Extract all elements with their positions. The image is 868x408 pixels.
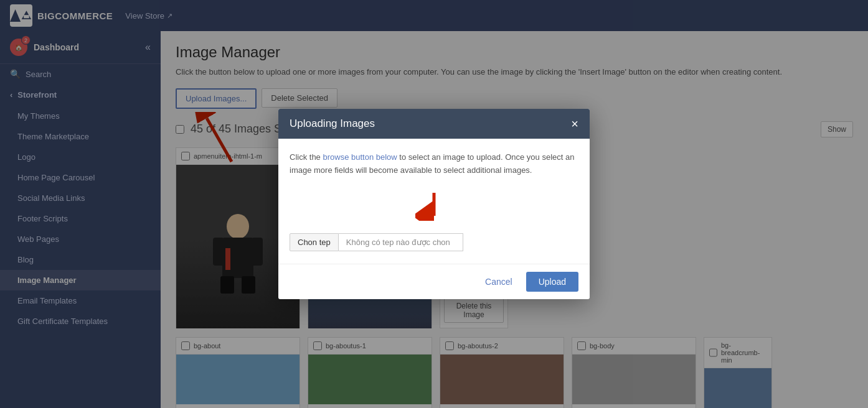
modal-header: Uploading Images × <box>278 109 590 139</box>
modal-title: Uploading Images <box>290 118 375 130</box>
upload-modal: Uploading Images × Click the browse butt… <box>278 109 590 299</box>
modal-description: Click the browse button below to select … <box>290 151 578 221</box>
modal-arrow <box>415 190 453 221</box>
modal-footer: Cancel Upload <box>278 264 590 299</box>
modal-body: Click the browse button below to select … <box>278 139 590 264</box>
modal-overlay: Uploading Images × Click the browse butt… <box>0 0 868 408</box>
choose-file-button[interactable]: Chon tep <box>290 233 339 251</box>
cancel-button[interactable]: Cancel <box>478 272 520 292</box>
modal-close-button[interactable]: × <box>571 118 578 130</box>
modal-browse-text: browse button below <box>323 152 397 162</box>
upload-button[interactable]: Upload <box>526 272 578 292</box>
file-name-label: Không có tep nào được chon <box>339 233 463 251</box>
file-input-row: Chon tep Không có tep nào được chon <box>290 233 578 251</box>
